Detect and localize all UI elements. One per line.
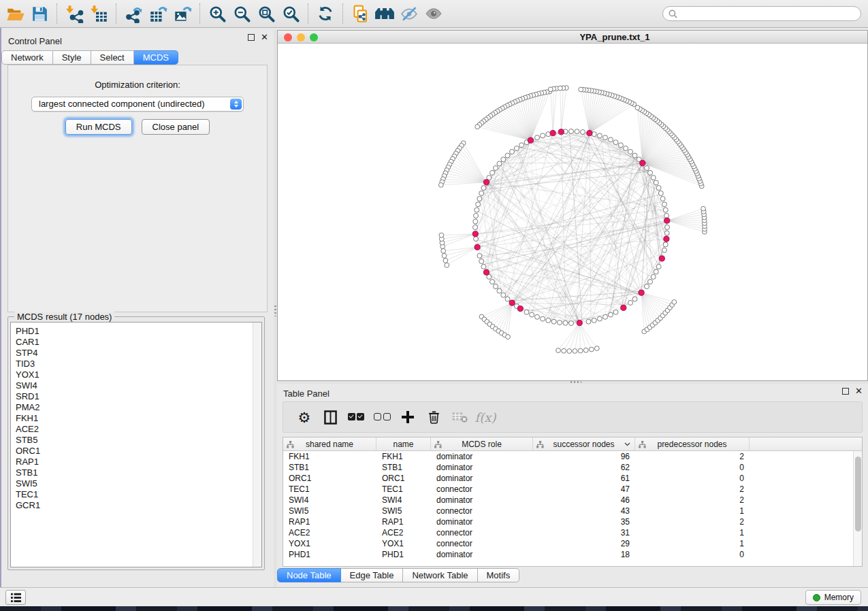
search-input[interactable] [681, 7, 861, 20]
import-network-icon [65, 5, 84, 23]
cell-MCDS-role: dominator [431, 462, 533, 473]
column-label: predecessor nodes [657, 440, 726, 449]
show-all-button[interactable] [421, 2, 446, 25]
zoom-selected-button[interactable] [278, 2, 303, 25]
tab-network[interactable]: Network [1, 50, 53, 65]
export-table-button[interactable] [146, 2, 170, 25]
mcds-result-node[interactable]: ACE2 [16, 424, 261, 435]
close-panel-icon[interactable]: ✕ [855, 388, 863, 395]
first-neighbors-button[interactable] [372, 2, 397, 25]
table-row[interactable]: SWI5SWI5connector431 [283, 506, 862, 516]
console-button[interactable] [5, 590, 26, 605]
eye-slash-icon [400, 5, 419, 22]
tab-node-table[interactable]: Node Table [277, 568, 341, 582]
mcds-result-node[interactable]: TID3 [16, 359, 261, 369]
tab-motifs[interactable]: Motifs [478, 568, 520, 582]
mcds-result-node[interactable]: ORC1 [16, 446, 261, 457]
mcds-result-node[interactable]: FKH1 [16, 413, 261, 424]
table-row[interactable]: ACE2ACE2connector311 [283, 527, 862, 538]
tab-edge-table[interactable]: Edge Table [341, 568, 404, 582]
show-columns-button[interactable] [317, 405, 343, 429]
tab-select[interactable]: Select [91, 50, 134, 65]
copy-network-button[interactable] [348, 2, 372, 25]
mcds-result-node[interactable]: SWI4 [16, 380, 261, 391]
cell-shared-name: ORC1 [283, 473, 376, 484]
close-traffic-light[interactable] [284, 33, 292, 42]
table-row[interactable]: FKH1FKH1dominator962 [283, 451, 862, 462]
zoom-out-button[interactable] [229, 2, 254, 25]
tab-mcds[interactable]: MCDS [134, 50, 178, 65]
mcds-result-node[interactable]: PHD1 [16, 326, 261, 337]
network-canvas[interactable] [278, 44, 867, 380]
column-header-MCDS-role[interactable]: MCDS role [431, 437, 533, 450]
cell-successor-nodes: 62 [533, 462, 635, 473]
hide-selected-button[interactable] [397, 2, 421, 25]
optimization-criterion-select[interactable]: largest connected component (undirected) [31, 97, 244, 112]
mcds-result-node[interactable]: RAP1 [16, 457, 261, 467]
table-row[interactable]: SWI4SWI4dominator462 [283, 495, 862, 506]
zoom-in-button[interactable] [205, 2, 229, 25]
float-panel-icon[interactable] [248, 34, 255, 41]
column-header-successor-nodes[interactable]: successor nodes [533, 437, 635, 450]
mcds-result-node[interactable]: STB5 [16, 435, 261, 446]
run-mcds-button[interactable]: Run MCDS [65, 119, 132, 135]
maximize-traffic-light[interactable] [310, 33, 318, 42]
cell-shared-name: TEC1 [283, 484, 376, 495]
mcds-result-node[interactable]: CAR1 [16, 337, 261, 348]
cell-name: ORC1 [376, 473, 431, 484]
mcds-result-node[interactable]: SRD1 [16, 391, 261, 402]
zoom-fit-button[interactable] [254, 2, 278, 25]
close-panel-button[interactable]: Close panel [142, 119, 210, 135]
cell-MCDS-role: connector [431, 484, 533, 495]
delete-columns-button[interactable] [421, 405, 447, 429]
float-panel-icon[interactable] [842, 388, 849, 395]
table-panel: Table Panel ✕ ⚙ [277, 384, 868, 587]
refresh-layout-button[interactable] [313, 2, 338, 25]
tab-network-table[interactable]: Network Table [403, 568, 477, 582]
cell-predecessor-nodes: 1 [635, 538, 750, 549]
create-column-button[interactable] [395, 405, 421, 429]
column-header-shared-name[interactable]: shared name [283, 437, 376, 450]
search-field[interactable] [662, 6, 861, 21]
import-table-button[interactable] [86, 2, 111, 25]
network-window-titlebar[interactable]: YPA_prune.txt_1 [278, 31, 867, 44]
cell-name: TEC1 [376, 484, 431, 495]
mcds-result-node[interactable]: GCR1 [16, 500, 261, 511]
mcds-result-node[interactable]: PMA2 [16, 402, 261, 413]
tab-style[interactable]: Style [53, 50, 91, 65]
table-row[interactable]: ORC1ORC1dominator610 [283, 473, 862, 484]
mcds-result-node[interactable]: STP4 [16, 348, 261, 359]
result-list-scrollbar[interactable] [253, 323, 261, 567]
cell-predecessor-nodes: 2 [635, 484, 750, 495]
node-table: shared namenameMCDS rolesuccessor nodesp… [283, 437, 863, 567]
select-all-button[interactable] [343, 405, 369, 429]
mcds-result-list[interactable]: PHD1CAR1STP4TID3YOX1SWI4SRD1PMA2FKH1ACE2… [10, 322, 262, 567]
table-row[interactable]: RAP1RAP1dominator352 [283, 516, 862, 527]
deselect-all-button[interactable] [369, 405, 395, 429]
import-network-button[interactable] [62, 2, 86, 25]
save-session-button[interactable] [27, 2, 52, 25]
close-panel-icon[interactable]: ✕ [261, 34, 268, 41]
export-network-button[interactable] [121, 2, 146, 25]
mcds-result-node[interactable]: YOX1 [16, 369, 261, 380]
mcds-result-node[interactable]: TEC1 [16, 489, 261, 500]
first-neighbors-binoculars-icon [374, 5, 395, 22]
import-table-icon [90, 5, 108, 23]
table-options-button[interactable]: ⚙ [291, 405, 317, 429]
column-header-predecessor-nodes[interactable]: predecessor nodes [635, 437, 750, 450]
table-row[interactable]: TEC1TEC1connector472 [283, 484, 862, 495]
minimize-traffic-light[interactable] [297, 33, 305, 42]
mcds-result-node[interactable]: STB1 [16, 467, 261, 478]
control-panel: Control Panel ✕ NetworkStyleSelectMCDS O… [1, 30, 274, 587]
memory-button[interactable]: Memory [805, 590, 861, 605]
table-row[interactable]: PHD1PHD1dominator180 [283, 549, 862, 560]
table-row[interactable]: YOX1YOX1connector291 [283, 538, 862, 549]
mcds-result-node[interactable]: SWI5 [16, 478, 261, 489]
table-row[interactable]: STB1STB1dominator620 [283, 462, 862, 473]
export-image-button[interactable] [170, 2, 195, 25]
shared-column-icon [287, 441, 294, 448]
column-header-name[interactable]: name [376, 437, 431, 450]
table-scrollbar[interactable] [853, 451, 862, 566]
scrollbar-thumb[interactable] [855, 457, 861, 531]
open-file-button[interactable] [3, 2, 27, 25]
